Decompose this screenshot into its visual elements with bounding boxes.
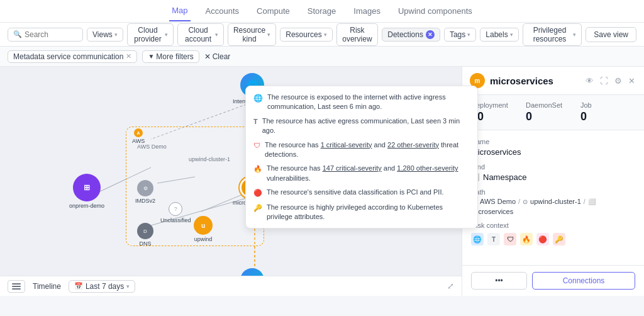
risk-vuln-icon: 🔥 <box>520 233 533 245</box>
vuln-icon: 🔥 <box>253 164 262 174</box>
panel-action-expand[interactable]: ⛶ <box>599 75 609 87</box>
clear-label: Clear <box>213 52 231 61</box>
tooltip-item-1: 🌐 The resource is exposed to the interne… <box>253 93 470 112</box>
clear-button[interactable]: ✕ Clear <box>204 52 231 61</box>
metadata-remove-icon[interactable]: ✕ <box>126 52 131 60</box>
nav-accounts[interactable]: Accounts <box>203 1 242 21</box>
labels-button[interactable]: Labels ▾ <box>480 28 518 42</box>
hamburger-button[interactable] <box>8 280 25 293</box>
chevron-down-icon: ▾ <box>324 31 327 38</box>
stat-job: Job 0 <box>580 101 635 123</box>
search-icon: 🔍 <box>13 30 22 38</box>
panel-action-settings[interactable]: ⚙ <box>613 75 623 87</box>
hamburger-line-3 <box>12 288 21 290</box>
detections-label: Detections <box>387 30 423 39</box>
risk-shield-icon: 🛡 <box>504 233 516 245</box>
tooltip-text-1: The resource is exposed to the internet … <box>267 93 470 112</box>
map-area: 🌐 Internet Ingress A AWS AWS Demo upwind… <box>0 67 644 296</box>
egress-icon: T <box>253 117 258 127</box>
timeline-bar: Timeline 📅 Last 7 days ▾ ⤢ <box>0 276 462 296</box>
top-nav: Map Accounts Compute Storage Images Upwi… <box>0 0 644 23</box>
field-kind-label: Kind <box>471 163 635 171</box>
dns-label: DNS <box>139 240 151 247</box>
risk-icons-row: 🌐 T 🛡 🔥 🔴 🔑 <box>471 233 635 245</box>
unclassified-node[interactable]: ? Unclassified <box>160 202 191 223</box>
resources-button[interactable]: Resources ▾ <box>280 28 332 42</box>
dns-node[interactable]: D DNS <box>137 223 153 247</box>
views-label: Views <box>92 30 113 39</box>
tooltip-item-3: 🛡 The resource has 1 critical-severity a… <box>253 140 470 160</box>
aws-demo-label: AWS Demo <box>137 141 167 150</box>
metadata-filter-tag[interactable]: Metadata service communication ✕ <box>8 50 137 63</box>
resources-label: Resources <box>286 30 321 39</box>
upwind-node[interactable]: u upwind <box>194 216 213 242</box>
calendar-icon: 📅 <box>74 282 83 290</box>
upwind-circle: u <box>194 216 213 235</box>
nav-storage[interactable]: Storage <box>305 1 339 21</box>
detections-x-badge: ✕ <box>426 30 435 39</box>
unclassified-label: Unclassified <box>160 217 191 223</box>
field-path-label: Path <box>471 188 635 196</box>
cloud-provider-button[interactable]: Cloud provider ▾ <box>127 23 174 46</box>
panel-footer: ••• Connections <box>462 265 644 296</box>
tooltip-popup: 🌐 The resource is exposed to the interne… <box>245 86 478 229</box>
ns-path-icon: ⬜ <box>588 198 596 205</box>
risk-t-icon: T <box>487 233 500 245</box>
path-part-1: AWS Demo <box>480 198 516 205</box>
tags-button[interactable]: Tags ▾ <box>444 28 476 42</box>
priv-icon: 🔑 <box>253 203 262 213</box>
filter-icon: ▼ <box>148 53 154 60</box>
privileged-label: Privileged resources <box>528 26 572 43</box>
cloud-account-label: Cloud account <box>183 26 213 43</box>
stat-daemonset: DaemonSet 0 <box>526 101 580 123</box>
timeline-range-button[interactable]: 📅 Last 7 days ▾ <box>69 280 135 293</box>
stat-job-value: 0 <box>580 110 635 123</box>
nav-compute[interactable]: Compute <box>254 1 292 21</box>
tooltip-text-2: The resource has active egress communica… <box>262 116 470 136</box>
data-icon: 🔴 <box>253 188 262 198</box>
risk-priv-icon: 🔑 <box>553 233 565 245</box>
imdsv2-node[interactable]: ⚙ IMDSv2 <box>135 180 155 204</box>
path-sep-1: / <box>518 198 520 205</box>
more-filters-button[interactable]: ▼ More filters <box>142 50 199 63</box>
risk-globe-icon: 🌐 <box>471 233 484 245</box>
connections-button[interactable]: Connections <box>532 272 635 290</box>
tooltip-text-4: The resource has 147 critical-severity a… <box>267 164 470 183</box>
nav-images[interactable]: Images <box>351 1 383 21</box>
nav-upwind[interactable]: Upwind components <box>396 1 475 21</box>
path-sep-2: / <box>584 198 586 205</box>
stat-daemonset-label: DaemonSet <box>526 101 580 109</box>
tooltip-item-4: 🔥 The resource has 147 critical-severity… <box>253 164 470 183</box>
views-button[interactable]: Views ▾ <box>87 28 123 42</box>
chevron-down-icon: ▾ <box>573 31 576 38</box>
aws-circle: A <box>134 128 143 137</box>
panel-action-eye[interactable]: 👁 <box>584 75 595 87</box>
cloud-account-button[interactable]: Cloud account ▾ <box>177 23 224 46</box>
save-view-button[interactable]: Save view <box>586 27 636 42</box>
stats-row: Deployment 20 DaemonSet 0 Job 0 <box>462 95 644 130</box>
labels-label: Labels <box>486 30 508 39</box>
cluster-path-icon: ⊙ <box>523 198 528 205</box>
detections-button[interactable]: Detections ✕ <box>382 28 440 42</box>
nav-map[interactable]: Map <box>169 1 190 21</box>
chevron-down-icon: ▾ <box>215 31 218 38</box>
imdsv2-circle: ⚙ <box>137 180 153 196</box>
chevron-down-icon: ▾ <box>467 31 470 38</box>
tooltip-item-5: 🔴 The resource's sensitive data classifi… <box>253 188 470 198</box>
side-panel: m microservices 👁 ⛶ ⚙ ✕ Deployment 20 Da… <box>462 67 644 296</box>
onprem-demo-node[interactable]: ⊞ onprem-demo <box>69 174 104 209</box>
panel-close-button[interactable]: ✕ <box>627 75 636 87</box>
search-input[interactable] <box>25 30 69 39</box>
resource-kind-button[interactable]: Resource kind ▾ <box>228 23 276 46</box>
panel-more-button[interactable]: ••• <box>471 272 527 290</box>
privileged-button[interactable]: Privileged resources ▾ <box>523 23 582 46</box>
search-box[interactable]: 🔍 <box>8 28 83 42</box>
onprem-demo-label: onprem-demo <box>69 203 104 209</box>
risk-overview-button[interactable]: Risk overview <box>336 23 379 46</box>
timeline-action-icon[interactable]: ⤢ <box>447 281 454 291</box>
tooltip-text-3: The resource has 1 critical-severity and… <box>265 140 470 160</box>
stat-deployment-value: 20 <box>471 110 526 123</box>
panel-body: Name microservices Kind ⬜ Namespace Path… <box>462 130 644 265</box>
chevron-down-icon: ▾ <box>114 31 118 38</box>
globe-icon: 🌐 <box>253 93 263 104</box>
